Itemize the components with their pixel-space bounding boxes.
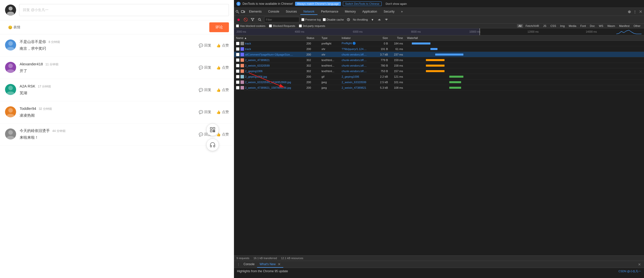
filter-icon[interactable] (250, 17, 255, 22)
row-checkbox[interactable] (236, 42, 239, 45)
col-header-initiator[interactable]: Initiator (340, 36, 375, 39)
table-row[interactable]: allComment?pageNum=2&pageSize.... 200 xh… (234, 52, 644, 57)
match-language-button[interactable]: Always match Chrome's language (295, 2, 341, 6)
table-row[interactable]: track 200 xhr ??lib/jquery/1.124.... 191… (234, 46, 644, 52)
filter-input[interactable] (264, 17, 299, 22)
like-button[interactable]: 👍 点赞 (216, 65, 229, 70)
close-devtools-icon[interactable]: ✕ (638, 9, 643, 14)
clear-icon[interactable]: 🚫 (243, 17, 248, 22)
settings-icon[interactable] (627, 9, 632, 14)
initiator-link[interactable]: chunk-vendors.bff.... (342, 64, 373, 67)
filter-wasm-button[interactable]: Wasm (606, 24, 617, 28)
initiator-link[interactable]: 2_weixin_63320599 (342, 81, 373, 84)
table-row[interactable]: track 200 preflight Preflight 🔵 0 B 184 … (234, 41, 644, 46)
tab-network[interactable]: Network (300, 9, 317, 15)
has-blocked-checkbox[interactable] (236, 24, 239, 27)
tab-console[interactable]: Console (265, 9, 282, 15)
col-header-name[interactable]: Name ▲ (234, 36, 304, 39)
table-row[interactable]: 2_weixin_47389821 302 text/html... chunk… (234, 57, 644, 63)
row-checkbox[interactable] (236, 58, 239, 62)
device-toggle-icon[interactable] (240, 9, 246, 14)
third-party-checkbox[interactable] (299, 24, 302, 27)
reply-button[interactable]: 💬 回复 (199, 110, 211, 114)
tab-sources[interactable]: Sources (283, 9, 300, 15)
preserve-log-label[interactable]: Preserve log (301, 18, 321, 21)
qr-button[interactable] (206, 123, 219, 136)
bottom-close-icon[interactable]: ✕ (637, 262, 642, 267)
tab-performance[interactable]: Performance (318, 9, 341, 15)
filter-js-button[interactable]: JS (542, 24, 548, 28)
import-icon[interactable] (377, 17, 382, 22)
filter-media-button[interactable]: Media (567, 24, 578, 28)
filter-xhr-button[interactable]: Fetch/XHR (524, 24, 541, 28)
row-checkbox[interactable] (236, 80, 239, 84)
tab-memory[interactable]: Memory (342, 9, 359, 15)
col-header-type[interactable]: Type (319, 36, 340, 39)
col-header-status[interactable]: Status (304, 36, 319, 39)
row-checkbox[interactable] (236, 47, 239, 51)
tab-whats-new[interactable]: What's New ✕ (257, 261, 283, 268)
row-checkbox[interactable] (236, 64, 239, 67)
has-blocked-label[interactable]: Has blocked cookies (236, 24, 265, 27)
col-header-time[interactable]: Time (390, 36, 405, 39)
reply-button[interactable]: 💬 回复 (199, 88, 211, 92)
tab-application[interactable]: Application (359, 9, 380, 15)
table-row[interactable]: 2_geping1006.jpg 200 gif 2_geping1006 2.… (234, 74, 644, 79)
search-icon[interactable] (257, 17, 262, 22)
reply-button[interactable]: 💬 回复 (199, 65, 211, 70)
initiator-link[interactable]: chunk-vendors.bff.... (342, 70, 373, 73)
whats-new-close-icon[interactable]: ✕ (278, 262, 281, 266)
tab-more[interactable]: » (398, 9, 406, 15)
filter-other-button[interactable]: Other (632, 24, 642, 28)
initiator-link[interactable]: ??lib/jquery/1.124.... (342, 48, 373, 51)
emoji-button[interactable]: 😊 表情 (5, 23, 23, 32)
filter-ws-button[interactable]: WS (597, 24, 605, 28)
more-options-icon[interactable]: ⋮ (632, 9, 637, 14)
row-checkbox[interactable] (236, 53, 239, 56)
filter-css-button[interactable]: CSS (549, 24, 558, 28)
throttle-dropdown-icon[interactable]: ▾ (370, 17, 375, 22)
record-icon[interactable]: ⏺ (236, 17, 241, 22)
switch-devtools-button[interactable]: Switch DevTools to Chinese (343, 2, 382, 6)
like-button[interactable]: 👍 点赞 (216, 43, 229, 48)
inspect-icon[interactable] (235, 9, 240, 14)
col-header-size[interactable]: Size (375, 36, 390, 39)
blocked-requests-label[interactable]: Blocked Requests (269, 24, 295, 27)
dont-show-button[interactable]: Don't show again (384, 2, 409, 6)
headset-button[interactable] (206, 138, 219, 151)
initiator-link[interactable]: chunk-vendors.bff.... (342, 53, 373, 56)
initiator-link[interactable]: chunk-vendors.bff.... (342, 59, 373, 62)
filter-manifest-button[interactable]: Manifest (618, 24, 631, 28)
submit-comment-button[interactable]: 评论 (209, 22, 229, 32)
like-button[interactable]: 👍 点赞 (216, 110, 229, 114)
filter-all-button[interactable]: All (517, 24, 523, 28)
initiator-link[interactable]: 2_geping1006 (342, 75, 373, 78)
row-checkbox[interactable] (236, 86, 239, 89)
initiator-link[interactable]: 2_weixin_47389821 (342, 86, 373, 89)
bottom-menu-icon[interactable]: ⋮ (236, 262, 241, 267)
blocked-requests-checkbox[interactable] (269, 24, 272, 27)
table-row[interactable]: 2_weixin_47389821_1587899136.jpg 200 jpe… (234, 85, 644, 90)
col-header-waterfall[interactable]: Waterfall (405, 36, 644, 39)
disable-cache-label[interactable]: Disable cache (323, 18, 344, 21)
preserve-log-checkbox[interactable] (301, 18, 304, 21)
row-checkbox[interactable] (236, 69, 239, 73)
table-row[interactable]: 2_weixin_63320599_1634952868.jpg 200 jpe… (234, 79, 644, 85)
initiator-link[interactable]: Preflight 🔵 (342, 42, 373, 45)
tab-elements[interactable]: Elements (246, 9, 265, 15)
filter-font-button[interactable]: Font (579, 24, 587, 28)
third-party-label[interactable]: 3rd-party requests (299, 24, 325, 27)
filter-doc-button[interactable]: Doc (588, 24, 596, 28)
table-row[interactable]: 2_weixin_63320599 302 text/html... chunk… (234, 63, 644, 68)
disable-cache-checkbox[interactable] (323, 18, 326, 21)
tab-console-bottom[interactable]: Console (241, 261, 257, 267)
tab-security[interactable]: Security (381, 9, 397, 15)
throttle-icon[interactable] (346, 17, 351, 22)
reply-button[interactable]: 💬 回复 (199, 43, 211, 48)
reply-input[interactable]: 回复 @小生凡一 (19, 4, 229, 16)
export-icon[interactable] (384, 17, 389, 22)
like-button[interactable]: 👍 点赞 (216, 88, 229, 92)
filter-img-button[interactable]: Img (559, 24, 566, 28)
table-row[interactable]: 2_geping1006 302 text/html... chunk-vend… (234, 68, 644, 74)
row-checkbox[interactable] (236, 75, 239, 78)
